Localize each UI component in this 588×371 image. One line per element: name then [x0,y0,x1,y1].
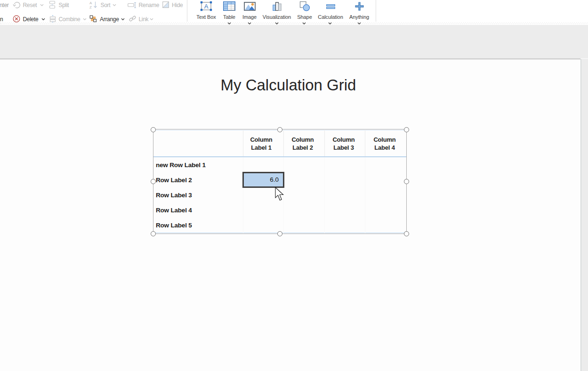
svg-text:Z: Z [89,5,92,9]
svg-text:A: A [89,1,92,5]
